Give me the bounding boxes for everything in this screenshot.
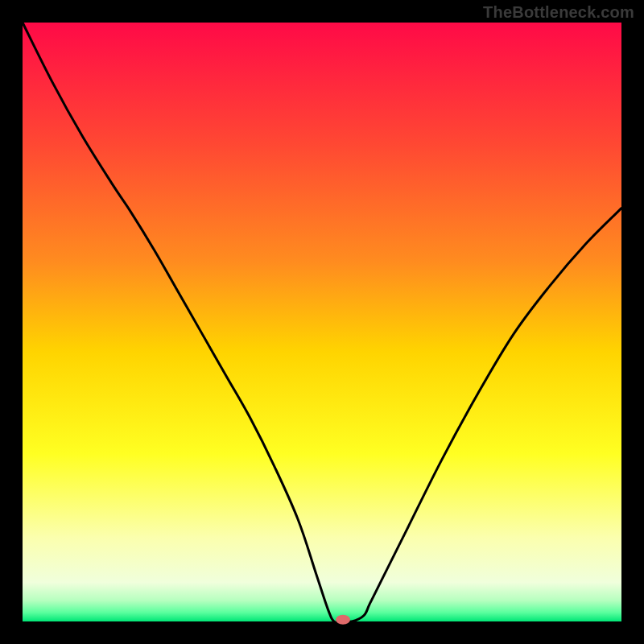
plot-background [23, 23, 621, 621]
chart-container: TheBottleneck.com [0, 0, 644, 644]
watermark-text: TheBottleneck.com [483, 3, 634, 22]
optimal-marker [336, 615, 350, 625]
bottleneck-chart [0, 0, 644, 644]
